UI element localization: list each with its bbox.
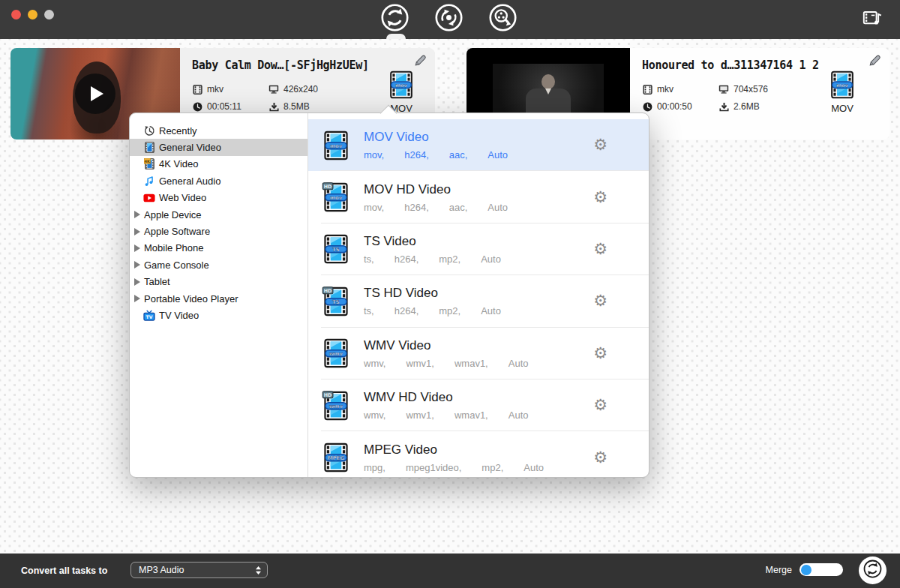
- format-option-mpeg-video[interactable]: MPEG MPEG Videompg,mpeg1video,mp2,Auto⚙: [308, 431, 649, 477]
- wmv-hd-video-film-icon: wmv HD: [321, 391, 351, 421]
- category-label: Mobile Phone: [144, 242, 204, 254]
- select-updown-icon: [255, 566, 262, 578]
- pencil-icon: [413, 57, 428, 70]
- codec-token: wmv,: [364, 358, 386, 369]
- tab-ripper[interactable]: [434, 4, 464, 34]
- format-text: TS Videots,h264,mp2,Auto: [364, 234, 521, 265]
- codec-token: Auto: [508, 410, 529, 421]
- category-apple-software[interactable]: Apple Software: [130, 223, 308, 239]
- category-web-video[interactable]: Web Video: [130, 190, 308, 206]
- svg-text:mov: mov: [330, 142, 343, 148]
- settings-gear-icon[interactable]: ⚙: [593, 450, 608, 466]
- monitor-icon: [268, 85, 279, 94]
- general-audio-icon: [143, 175, 155, 187]
- format-option-ts-hd-video[interactable]: TS HD TS HD Videots,h264,mp2,Auto⚙: [308, 275, 649, 327]
- category-tv-video[interactable]: TVTV Video: [130, 307, 308, 323]
- zoom-window-button: [44, 10, 54, 20]
- tab-convert[interactable]: [380, 4, 410, 34]
- format-detail: mkv: [192, 84, 268, 94]
- reel-download-icon: [488, 2, 518, 36]
- svg-text:wmv: wmv: [329, 351, 343, 357]
- web-video-icon: [143, 192, 155, 204]
- output-format-select[interactable]: MP3 Audio: [130, 562, 268, 578]
- settings-gear-icon[interactable]: ⚙: [593, 137, 608, 153]
- mov-film-icon: mov: [828, 70, 856, 102]
- filmstrip-icon: [192, 85, 202, 94]
- category-game-console[interactable]: Game Console: [130, 256, 308, 273]
- ts-hd-video-film-icon: TS HD: [321, 286, 351, 316]
- duration-value: 00:00:50: [657, 101, 692, 112]
- category-label: Tablet: [144, 276, 170, 287]
- category-tablet[interactable]: Tablet: [130, 274, 308, 290]
- format-option-mov-video[interactable]: mov MOV Videomov,h264,aac,Auto⚙: [308, 119, 649, 171]
- format-title: TS Video: [364, 234, 521, 249]
- category-general-video[interactable]: General Video: [130, 139, 308, 155]
- tv-video-icon: TV: [143, 309, 155, 321]
- settings-gear-icon[interactable]: ⚙: [593, 346, 608, 362]
- edit-title-button[interactable]: [413, 53, 428, 68]
- size-detail: 8.5MB: [268, 101, 350, 112]
- codec-token: mov,: [364, 149, 384, 160]
- codec-token: mp2,: [439, 305, 460, 316]
- size-value: 2.6MB: [734, 101, 760, 112]
- category-label: Apple Device: [144, 209, 202, 220]
- category-apple-device[interactable]: Apple Device: [130, 206, 308, 223]
- tab-downloader[interactable]: [488, 4, 518, 34]
- codec-token: mpeg1video,: [406, 462, 461, 473]
- active-tab-notch: [386, 34, 406, 39]
- duration-detail: 00:00:50: [642, 101, 718, 112]
- format-option-wmv-video[interactable]: wmv WMV Videowmv,wmv1,wmav1,Auto⚙: [308, 328, 649, 380]
- pencil-icon: [868, 57, 882, 70]
- category-label: Recently: [159, 125, 197, 136]
- format-codecs: wmv,wmv1,wmav1,Auto: [364, 358, 548, 369]
- codec-token: Auto: [488, 202, 508, 213]
- format-title: WMV Video: [364, 338, 548, 353]
- size-detail: 2.6MB: [718, 101, 800, 112]
- category-4k-video[interactable]: 4K4K Video: [130, 156, 308, 172]
- format-option-ts-video[interactable]: TS TS Videots,h264,mp2,Auto⚙: [308, 224, 649, 275]
- bottom-bar: Convert all tasks to MP3 Audio Merge: [0, 554, 900, 588]
- start-convert-button[interactable]: [859, 556, 886, 584]
- category-label: Web Video: [159, 192, 206, 203]
- category-label: 4K Video: [159, 158, 199, 170]
- svg-text:TS: TS: [332, 247, 340, 253]
- person-silhouette: [542, 74, 555, 89]
- format-codecs: ts,h264,mp2,Auto: [364, 305, 521, 316]
- disclosure-triangle-icon: [134, 278, 140, 286]
- category-label: Apple Software: [144, 226, 210, 237]
- video-details: mkv 704x576 00:00:50 2.6MB: [642, 84, 800, 112]
- category-recently[interactable]: Recently: [130, 122, 308, 139]
- format-option-mov-hd-video[interactable]: mov HD MOV HD Videomov,h264,aac,Auto⚙: [308, 171, 649, 223]
- svg-text:TS: TS: [332, 298, 340, 304]
- codec-token: ts,: [364, 305, 374, 316]
- settings-gear-icon[interactable]: ⚙: [593, 242, 608, 257]
- minimize-window-button[interactable]: [28, 10, 38, 20]
- settings-gear-icon[interactable]: ⚙: [593, 293, 608, 309]
- format-value: mkv: [207, 84, 224, 94]
- codec-token: h264,: [404, 202, 429, 213]
- download-icon: [718, 102, 729, 112]
- disclosure-triangle-icon: [134, 211, 140, 218]
- merge-toggle[interactable]: [800, 563, 843, 576]
- codec-token: mp2,: [482, 462, 503, 473]
- category-mobile-phone[interactable]: Mobile Phone: [130, 240, 308, 256]
- format-text: MOV Videomov,h264,aac,Auto: [364, 130, 528, 160]
- category-label: General Video: [159, 142, 221, 153]
- ripper-arrows-icon: [434, 2, 464, 36]
- edit-title-button[interactable]: [868, 53, 883, 68]
- close-window-button[interactable]: [11, 10, 21, 20]
- media-library-button[interactable]: [858, 7, 886, 32]
- codec-token: aac,: [449, 149, 468, 160]
- category-general-audio[interactable]: General Audio: [130, 172, 308, 189]
- category-portable-video-player[interactable]: Portable Video Player: [130, 290, 308, 307]
- convert-arrows-icon: [380, 2, 410, 36]
- merge-label: Merge: [766, 565, 792, 575]
- settings-gear-icon[interactable]: ⚙: [593, 190, 608, 206]
- format-title: TS HD Video: [364, 286, 521, 301]
- output-format-button[interactable]: mov MOV: [828, 70, 856, 114]
- format-codecs: mov,h264,aac,Auto: [364, 149, 528, 160]
- format-option-wmv-hd-video[interactable]: wmv HD WMV HD Videowmv,wmv1,wmav1,Auto⚙: [308, 380, 649, 431]
- settings-gear-icon[interactable]: ⚙: [593, 398, 608, 413]
- play-button[interactable]: [75, 74, 116, 114]
- codec-token: wmv1,: [406, 410, 434, 421]
